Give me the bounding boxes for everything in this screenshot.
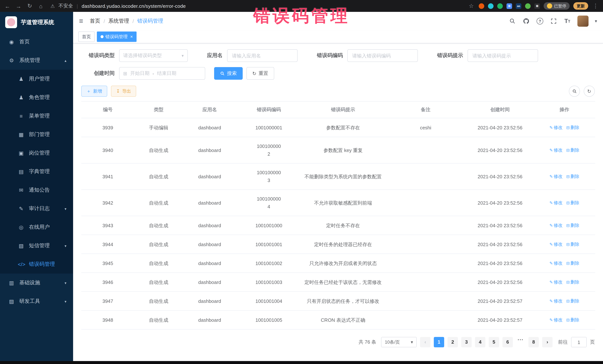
edit-link[interactable]: ✎修改 (550, 223, 563, 228)
export-button[interactable]: ↧ 导出 (111, 86, 136, 97)
forward-icon[interactable]: → (15, 3, 22, 9)
goto-page-input[interactable] (571, 337, 587, 347)
delete-link[interactable]: ⊟删除 (566, 223, 579, 228)
cell-hint: 参数配置 key 重复 (301, 137, 385, 163)
home-icon[interactable]: ⌂ (37, 3, 45, 9)
edit-label: 修改 (554, 279, 563, 285)
cell-actions: ✎修改⊟删除 (533, 235, 595, 254)
logo-row[interactable]: 芋道管理系统 (0, 12, 73, 33)
refresh-icon: ↻ (252, 71, 256, 76)
sidebar-item-devtools[interactable]: ▨研发工具▾ (0, 292, 73, 311)
sidebar-item-infra[interactable]: ▥基础设施▾ (0, 274, 73, 292)
fullscreen-icon[interactable] (550, 17, 557, 25)
sidebar-item-home[interactable]: ◉首页 (0, 33, 73, 51)
edit-link[interactable]: ✎修改 (550, 242, 563, 247)
extension-icon[interactable]: ▦ (507, 3, 512, 9)
back-icon[interactable]: ← (4, 3, 11, 9)
sidebar-item-user[interactable]: ♟用户管理 (0, 70, 73, 88)
edit-link[interactable]: ✎修改 (550, 317, 563, 322)
profile-paused-badge[interactable]: 已暂停 (544, 2, 570, 10)
reset-button[interactable]: ↻ 重置 (246, 67, 274, 80)
delete-link[interactable]: ⊟删除 (566, 147, 579, 153)
prev-page-button[interactable]: ‹ (420, 337, 430, 347)
page-button-5[interactable]: 5 (489, 337, 499, 347)
profile-avatar-icon (547, 3, 552, 9)
kebab-menu-icon[interactable]: ⋮ (592, 3, 599, 9)
extension-icon[interactable] (488, 3, 494, 9)
sidebar-item-dept[interactable]: ▦部门管理 (0, 125, 73, 144)
edit-link[interactable]: ✎修改 (550, 174, 563, 179)
extension-icon[interactable] (479, 3, 484, 9)
edit-label: 修改 (554, 200, 563, 205)
delete-link[interactable]: ⊟删除 (566, 279, 579, 285)
delete-link[interactable]: ⊟删除 (566, 298, 579, 304)
breadcrumb-item[interactable]: 错误码管理 (137, 18, 163, 24)
edit-link[interactable]: ✎修改 (550, 298, 563, 304)
edit-link[interactable]: ✎修改 (550, 147, 563, 153)
pagination-ellipsis[interactable]: ··· (516, 337, 525, 347)
calendar-icon: ⊞ (123, 71, 127, 76)
github-icon[interactable] (522, 17, 530, 25)
toggle-search-button[interactable] (569, 86, 580, 97)
add-button[interactable]: ＋ 新增 (81, 86, 107, 97)
extension-on-icon[interactable]: on (516, 3, 521, 9)
sidebar-item-errorcode[interactable]: </>错误码管理 (0, 255, 73, 274)
breadcrumb-item[interactable]: 系统管理 (108, 18, 129, 24)
error-hint-input[interactable] (468, 49, 538, 62)
chevron-down-icon[interactable]: ▾ (595, 19, 597, 24)
sidebar-item-online[interactable]: ◎在线用户 (0, 218, 73, 236)
tab-错误码管理[interactable]: 错误码管理× (97, 32, 137, 42)
edit-link[interactable]: ✎修改 (550, 200, 563, 205)
sidebar-item-dict[interactable]: ▤字典管理 (0, 162, 73, 181)
sidebar-item-sms[interactable]: ▧短信管理▾ (0, 236, 73, 255)
page-button-4[interactable]: 4 (475, 337, 485, 347)
address-url[interactable]: dashboard.yudao.iocoder.cn/system/error-… (82, 3, 186, 9)
edit-link[interactable]: ✎修改 (550, 125, 563, 130)
page-button-3[interactable]: 3 (461, 337, 472, 347)
page-button-6[interactable]: 6 (502, 337, 513, 347)
sidebar-item-post[interactable]: ▣岗位管理 (0, 144, 73, 162)
update-button[interactable]: 更新 (573, 2, 588, 10)
delete-link[interactable]: ⊟删除 (566, 125, 579, 130)
page-button-2[interactable]: 2 (448, 337, 458, 347)
extension-icon[interactable] (497, 3, 503, 9)
page-size-select[interactable]: 10条/页 ▾ (381, 337, 417, 347)
close-icon[interactable]: × (130, 34, 133, 39)
extensions-puzzle-icon[interactable]: ▩ (534, 3, 540, 9)
app-name-input[interactable] (227, 49, 298, 62)
extension-icon[interactable] (525, 3, 531, 9)
delete-link[interactable]: ⊟删除 (566, 261, 579, 266)
bookmark-star-icon[interactable]: ☆ (468, 3, 475, 9)
font-size-icon[interactable]: TT (564, 17, 571, 25)
page-button-1[interactable]: 1 (434, 337, 444, 347)
security-label[interactable]: 不安全 (58, 3, 73, 9)
delete-icon: ⊟ (566, 223, 570, 228)
search-icon[interactable] (509, 17, 516, 25)
delete-link[interactable]: ⊟删除 (566, 317, 579, 322)
error-code-input[interactable] (347, 49, 418, 62)
sidebar-item-system[interactable]: ⚙系统管理▴ (0, 51, 73, 70)
sidebar-item-notice[interactable]: ✉通知公告 (0, 181, 73, 199)
tab-首页[interactable]: 首页 (78, 32, 95, 42)
reload-icon[interactable]: ↻ (26, 3, 33, 9)
delete-link[interactable]: ⊟删除 (566, 242, 579, 247)
edit-link[interactable]: ✎修改 (550, 279, 563, 285)
search-button[interactable]: 搜索 (214, 67, 243, 80)
delete-link[interactable]: ⊟删除 (566, 174, 579, 179)
column-header-2: 应用名 (183, 101, 236, 118)
user-avatar[interactable] (577, 16, 589, 27)
next-page-button[interactable]: › (542, 337, 553, 347)
sidebar-item-menu[interactable]: ≡菜单管理 (0, 107, 73, 125)
error-type-select[interactable]: 请选择错误码类型 ▾ (119, 49, 188, 62)
refresh-table-button[interactable]: ↻ (584, 86, 595, 97)
hamburger-icon[interactable]: ≡ (79, 17, 83, 25)
sidebar-item-role[interactable]: ♟角色管理 (0, 88, 73, 107)
edit-link[interactable]: ✎修改 (550, 261, 563, 266)
sidebar-item-audit[interactable]: ✎审计日志▾ (0, 199, 73, 218)
page-button-8[interactable]: 8 (528, 337, 539, 347)
help-icon[interactable]: ? (536, 17, 544, 25)
date-range-picker[interactable]: ⊞ 开始日期 - 结束日期 (119, 67, 205, 80)
edit-label: 修改 (554, 298, 563, 304)
breadcrumb-item[interactable]: 首页 (90, 18, 100, 24)
delete-link[interactable]: ⊟删除 (566, 200, 579, 205)
